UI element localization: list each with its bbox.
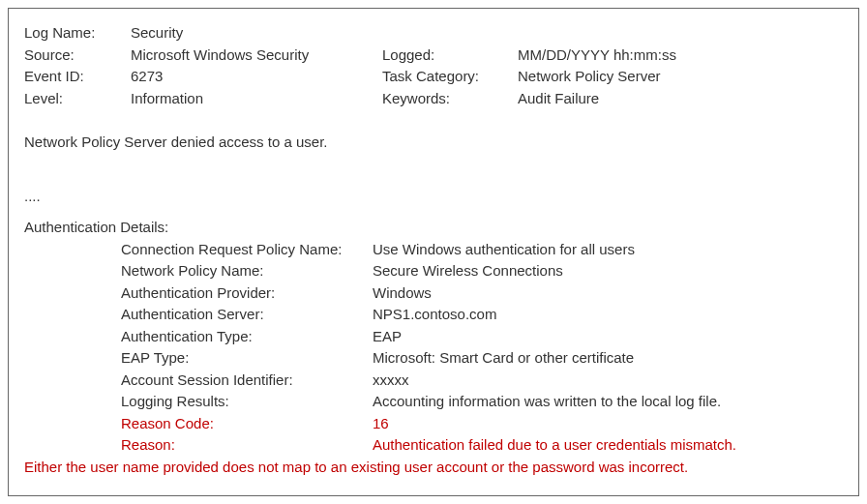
crpn-label: Connection Request Policy Name: xyxy=(121,239,373,261)
eap-value: Microsoft: Smart Card or other certifica… xyxy=(373,347,843,370)
logged-label: Logged: xyxy=(382,44,508,67)
ap-label: Authentication Provider: xyxy=(121,282,373,305)
auth-section: Authentication Details: Connection Reque… xyxy=(24,217,843,457)
lr-label: Logging Results: xyxy=(121,391,373,413)
log-name-label: Log Name: xyxy=(24,22,121,44)
eap-label: EAP Type: xyxy=(121,347,373,370)
at-value: EAP xyxy=(373,326,843,348)
as-value: NPS1.contoso.com xyxy=(373,304,843,326)
crpn-value: Use Windows authentication for all users xyxy=(373,239,843,261)
reason-value: Authentication failed due to a user cred… xyxy=(373,434,843,457)
as-label: Authentication Server: xyxy=(121,304,373,326)
at-label: Authentication Type: xyxy=(121,326,373,348)
logged-value: MM/DD/YYYY hh:mm:ss xyxy=(518,44,843,67)
auth-grid: Connection Request Policy Name: Use Wind… xyxy=(121,239,843,457)
reason-code-value: 16 xyxy=(373,413,843,435)
task-category-label: Task Category: xyxy=(382,66,508,88)
header-grid: Log Name: Security Source: Microsoft Win… xyxy=(24,22,843,109)
event-message: Network Policy Server denied access to a… xyxy=(24,132,843,154)
asi-value: xxxxx xyxy=(373,370,843,392)
auth-title: Authentication Details: xyxy=(24,217,843,239)
ap-value: Windows xyxy=(373,282,843,305)
lr-value: Accounting information was written to th… xyxy=(373,391,843,413)
reason-label: Reason: xyxy=(121,434,373,457)
event-id-value: 6273 xyxy=(131,66,373,88)
npn-value: Secure Wireless Connections xyxy=(373,260,843,282)
event-id-label: Event ID: xyxy=(24,66,121,88)
event-log-panel: Log Name: Security Source: Microsoft Win… xyxy=(8,8,859,496)
level-label: Level: xyxy=(24,88,121,110)
level-value: Information xyxy=(131,88,373,110)
task-category-value: Network Policy Server xyxy=(518,66,843,88)
reason-continuation: Either the user name provided does not m… xyxy=(24,457,843,479)
keywords-value: Audit Failure xyxy=(518,88,843,110)
asi-label: Account Session Identifier: xyxy=(121,370,373,392)
log-name-value: Security xyxy=(131,22,373,44)
source-value: Microsoft Windows Security xyxy=(131,44,373,67)
npn-label: Network Policy Name: xyxy=(121,260,373,282)
source-label: Source: xyxy=(24,44,121,67)
reason-code-label: Reason Code: xyxy=(121,413,373,435)
keywords-label: Keywords: xyxy=(382,88,508,110)
ellipsis: .... xyxy=(24,186,843,208)
